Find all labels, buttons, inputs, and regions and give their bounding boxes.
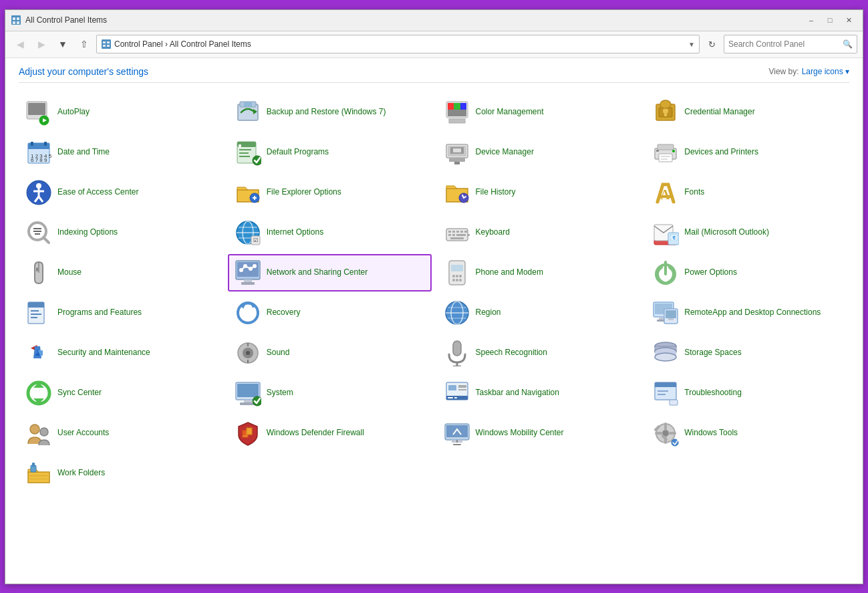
back-button[interactable]: ◀ [11,35,29,53]
grid-item-storage-spaces[interactable]: Storage Spaces [645,334,849,372]
date-time-icon: 1 2 3 4 5 6 7 8 9 [25,139,52,166]
grid-item-speech-recognition[interactable]: Speech Recognition [437,334,641,372]
window-icon [11,15,21,25]
grid-item-internet-options[interactable]: ☑ Internet Options [228,214,432,251]
svg-rect-161 [458,385,466,388]
taskbar-label: Taskbar and Navigation [476,388,559,398]
grid-item-mail[interactable]: 📧 Mail (Microsoft Outlook) [645,214,849,251]
up-button[interactable]: ⇧ [75,35,94,53]
address-text: Control Panel › All Control Panel Items [114,39,686,49]
svg-text:6 7 8 9: 6 7 8 9 [31,157,47,163]
grid-item-date-time[interactable]: 1 2 3 4 5 6 7 8 9 Date and Time [19,134,223,171]
grid-item-network-sharing[interactable]: Network and Sharing Center [228,254,432,291]
svg-rect-49 [453,148,461,152]
window-title: All Control Panel Items [25,15,107,25]
search-input[interactable] [728,39,840,49]
title-bar: All Control Panel Items – □ ✕ [5,10,863,31]
file-explorer-label: File Explorer Options [267,187,341,198]
address-bar[interactable]: Control Panel › All Control Panel Items … [96,35,700,53]
work-folders-icon [25,460,52,487]
grid-item-windows-tools[interactable]: Windows Tools [645,414,849,452]
grid-item-windows-mobility[interactable]: Windows Mobility Center [437,414,641,452]
fonts-label: Fonts [684,187,704,198]
grid-item-region[interactable]: Region [437,294,641,332]
mail-label: Mail (Microsoft Outlook) [684,227,769,238]
phone-modem-icon [444,259,470,286]
svg-rect-168 [670,400,678,405]
grid-item-credential-manager[interactable]: Credential Manager [645,94,849,131]
default-programs-icon [235,139,261,166]
svg-rect-175 [446,425,468,437]
grid-item-backup-restore[interactable]: Backup and Restore (Windows 7) [228,94,432,131]
recent-button[interactable]: ▼ [53,35,72,53]
svg-text:📧: 📧 [670,233,679,242]
svg-point-137 [246,351,250,355]
grid-item-phone-modem[interactable]: Phone and Modem [437,254,641,291]
grid-item-windows-defender[interactable]: Windows Defender Firewall [228,414,432,452]
search-box[interactable]: 🔍 [724,35,857,53]
sound-label: Sound [267,348,290,358]
svg-rect-152 [237,384,259,397]
grid-item-troubleshooting[interactable]: Troubleshooting [645,374,849,412]
grid-item-indexing[interactable]: Indexing Options [19,214,223,251]
forward-button[interactable]: ▶ [32,35,51,53]
grid-item-power-options[interactable]: Power Options [645,254,849,291]
maximize-button[interactable]: □ [821,14,839,26]
svg-rect-81 [452,231,455,233]
grid-item-file-history[interactable]: File History [437,174,641,211]
svg-text:☑: ☑ [253,237,258,243]
grid-item-mouse[interactable]: Mouse [19,254,223,291]
svg-rect-115 [28,305,44,308]
grid-item-devices-printers[interactable]: Devices and Printers [645,134,849,171]
grid-item-default-programs[interactable]: Default Programs [228,134,432,171]
grid-item-sound[interactable]: Sound [228,334,432,372]
grid-item-user-accounts[interactable]: User Accounts [19,414,223,452]
svg-rect-86 [452,234,455,236]
svg-rect-4 [17,21,19,24]
grid-item-security-maintenance[interactable]: Security and Maintenance [19,334,223,372]
svg-rect-41 [239,152,249,154]
grid-item-color-management[interactable]: Color Management [437,94,641,131]
grid-item-autoplay[interactable]: AutoPlay [19,94,223,131]
svg-rect-87 [456,234,466,236]
grid-item-file-explorer[interactable]: File Explorer Options [228,174,432,211]
grid-item-sync-center[interactable]: Sync Center [19,374,223,412]
work-folders-label: Work Folders [57,468,105,479]
svg-rect-9 [107,45,110,47]
grid-item-ease-of-access[interactable]: Ease of Access Center [19,174,223,211]
grid-item-device-manager[interactable]: Device Manager [437,134,641,171]
svg-rect-131 [666,310,676,318]
svg-rect-177 [456,440,458,443]
svg-rect-56 [661,158,668,160]
device-manager-label: Device Manager [476,147,534,158]
grid-item-keyboard[interactable]: Keyboard [437,214,641,251]
grid-item-system[interactable]: System [228,374,432,412]
grid-item-fonts[interactable]: A Fonts [645,174,849,211]
svg-rect-167 [658,394,666,395]
grid-item-remoteapp[interactable]: RemoteApp and Desktop Connections [645,294,849,332]
network-sharing-icon [235,259,261,286]
address-chevron-icon[interactable]: ▼ [688,41,695,48]
svg-rect-1 [13,17,15,20]
view-by-control[interactable]: View by: Large icons ▾ [768,67,849,76]
close-button[interactable]: ✕ [840,14,857,26]
minimize-button[interactable]: – [803,14,820,26]
sound-icon [235,340,261,366]
windows-tools-label: Windows Tools [684,428,738,439]
grid-item-work-folders[interactable]: Work Folders [19,455,223,492]
svg-rect-8 [103,45,106,47]
refresh-button[interactable]: ↻ [702,35,721,53]
credential-manager-label: Credential Manager [684,107,754,118]
svg-rect-178 [453,444,461,445]
svg-rect-51 [658,144,674,150]
autoplay-label: AutoPlay [57,107,90,118]
region-label: Region [476,308,501,318]
grid-item-recovery[interactable]: Recovery [228,294,432,332]
internet-options-label: Internet Options [267,227,323,238]
view-by-value[interactable]: Large icons ▾ [802,67,849,76]
grid-item-programs-features[interactable]: Programs and Features [19,294,223,332]
svg-rect-2 [17,17,19,20]
speech-recognition-label: Speech Recognition [476,348,547,358]
grid-item-taskbar[interactable]: Taskbar and Navigation [437,374,641,412]
svg-point-170 [40,428,48,436]
